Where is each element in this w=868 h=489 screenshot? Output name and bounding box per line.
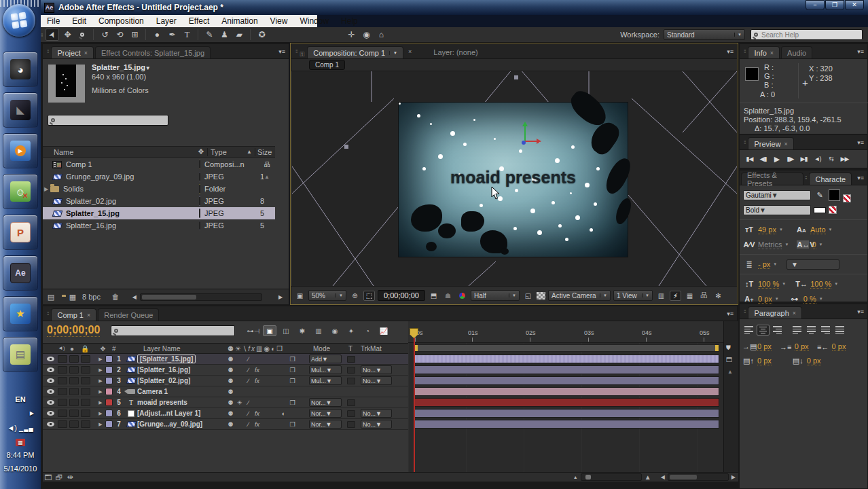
tab-project[interactable]: Project× — [51, 46, 94, 58]
tab-audio[interactable]: Audio — [781, 46, 812, 58]
draft-3d-icon[interactable]: ◫ — [279, 325, 293, 336]
indent-left-value[interactable]: 0 px — [757, 342, 772, 351]
region-of-interest-icon[interactable]: ⬚ — [363, 291, 375, 301]
layer-bar-3[interactable] — [414, 376, 719, 385]
time-ruler[interactable]: 0s 01s 02s 03s 04s 05s — [408, 321, 723, 343]
active-camera-dropdown[interactable]: Active Camera▼ — [548, 290, 611, 301]
space-after-value[interactable]: 0 px — [807, 357, 821, 365]
loop-button[interactable]: ⇆ — [825, 153, 837, 164]
eye-icon[interactable] — [47, 389, 54, 394]
expand-arrow-icon[interactable]: ▶ — [96, 357, 105, 362]
scroll-left-icon[interactable]: ◀ — [129, 294, 140, 300]
tab-render-queue[interactable]: Render Queue — [98, 308, 159, 321]
pen-tool[interactable]: ✒ — [165, 29, 179, 41]
lock-icon[interactable]: ⚿ — [300, 51, 304, 58]
axis-widget-z[interactable] — [522, 141, 526, 145]
stroke-width-value[interactable]: - px — [758, 260, 770, 269]
view-layout-dropdown[interactable]: 1 View▼ — [613, 290, 653, 301]
layer-bar-2[interactable] — [414, 365, 719, 374]
last-frame-button[interactable]: ▶▮ — [798, 153, 810, 164]
clock-time[interactable]: 8:44 PM — [0, 451, 41, 459]
tab-paragraph[interactable]: Paragraph× — [748, 306, 802, 319]
menu-file[interactable]: File — [41, 16, 66, 26]
solo-column-icon[interactable]: ● — [70, 345, 74, 352]
tab-effect-controls[interactable]: Effect Controls: Splatter_15.jpg — [95, 46, 211, 58]
next-frame-button[interactable]: ▮▶ — [784, 153, 796, 164]
align-left-button[interactable] — [742, 325, 755, 336]
timeline-search-input[interactable] — [122, 327, 232, 335]
scroll-right-icon[interactable]: ▶ — [275, 294, 286, 300]
tray-expand-icon[interactable]: ▶ — [0, 410, 41, 416]
zoom-in-mountain-icon[interactable]: ▲ — [645, 473, 651, 481]
audio-column-icon[interactable]: ◄) — [58, 345, 65, 351]
comp-marker-bin-icon[interactable]: ⛊ — [726, 344, 731, 352]
panel-menu-icon[interactable]: ▾≡ — [857, 48, 864, 55]
eyedropper-icon[interactable]: ✎ — [814, 191, 826, 200]
lock-column-icon[interactable]: 🔒 — [81, 345, 89, 352]
taskbar-app-after-effects[interactable]: Ae — [3, 255, 38, 291]
eye-icon[interactable] — [47, 422, 54, 427]
language-indicator[interactable]: EN — [0, 395, 41, 403]
workspace-dropdown[interactable]: Standard▼ — [664, 29, 745, 40]
label-column-icon[interactable]: ❖ — [100, 345, 106, 352]
close-button[interactable]: ✕ — [845, 0, 864, 10]
tag-column-icon[interactable]: ❖ — [198, 147, 207, 156]
expand-transfer-controls-icon[interactable]: 🗗 — [54, 473, 65, 482]
font-family-dropdown[interactable]: Gautami▼ — [743, 190, 811, 200]
tab-info[interactable]: Info× — [748, 46, 780, 58]
hide-shy-layers-icon[interactable]: ✱ — [295, 325, 309, 336]
zoom-out-mountain-icon[interactable]: ▲ — [573, 475, 578, 479]
expand-arrow-icon[interactable]: ▶ — [96, 411, 105, 416]
search-help-input[interactable] — [761, 31, 859, 39]
panel-menu-icon[interactable]: ▾≡ — [727, 310, 734, 317]
composition-mini-flowchart-icon[interactable]: ⊶⊣ — [247, 325, 260, 336]
clock-date[interactable]: 5/14/2010 — [0, 465, 41, 473]
menu-edit[interactable]: Edit — [66, 16, 92, 26]
mode-column[interactable]: Mode — [313, 345, 330, 352]
menu-window[interactable]: Window — [293, 16, 335, 26]
project-row-solids[interactable]: ▶ Solids Folder — [43, 183, 275, 195]
always-preview-icon[interactable]: ▣ — [294, 291, 306, 301]
layer-bar-4[interactable] — [414, 387, 719, 396]
taskbar-app-messenger[interactable]: ☺✕ — [3, 174, 38, 209]
magnification-dropdown[interactable]: 50%▼ — [308, 290, 346, 301]
reset-exposure-icon[interactable]: ✻ — [712, 291, 724, 301]
sort-ascending-icon[interactable]: ▲ — [247, 149, 255, 155]
layer-row-4[interactable]: ▶ 4 Camera 1 ⚉ — [43, 386, 408, 397]
interpret-footage-icon[interactable]: ▤ — [46, 293, 56, 302]
transparency-grid-icon[interactable] — [537, 292, 545, 300]
selected-footage-name[interactable]: Splatter_15.jpg▼ — [92, 63, 151, 71]
taskbar-app-notes[interactable]: ▤ — [3, 337, 38, 372]
panel-menu-icon[interactable]: ▾≡ — [857, 139, 864, 146]
justify-last-right-button[interactable] — [819, 325, 832, 336]
menu-help[interactable]: Help — [335, 16, 364, 26]
tray-app-icon[interactable]: ▦ — [0, 437, 41, 446]
trkmat-column[interactable]: TrkMat — [361, 345, 382, 352]
ram-preview-button[interactable]: ▶▶ — [839, 153, 850, 164]
graph-editor-icon[interactable]: 📈 — [377, 325, 391, 336]
project-row-comp1[interactable]: Comp 1 Composi...n 品 — [43, 158, 275, 170]
label-swatch[interactable] — [105, 410, 113, 417]
pan-behind-tool[interactable]: ⊞ — [128, 29, 141, 41]
space-before-value[interactable]: 0 px — [757, 357, 772, 365]
panel-menu-icon[interactable]: ▾≡ — [857, 175, 864, 181]
expand-arrow-icon[interactable]: ▶ — [96, 400, 105, 405]
expand-arrow-icon[interactable]: ▶ — [96, 378, 105, 384]
tab-timeline-comp1[interactable]: Comp 1× — [51, 308, 96, 321]
fast-previews-icon[interactable]: ⚡ — [670, 291, 681, 301]
preserve-transparency-toggle[interactable] — [347, 410, 355, 417]
label-swatch[interactable] — [105, 355, 113, 363]
layer-row-1[interactable]: ▶ 1 [Splatter_15.jpg] ⚉∕❒ Add▼ — [43, 354, 408, 365]
layer-row-6[interactable]: ▶ 6 [Adjust...nt Layer 1] ⚉∕fx◐ Nor...▼ … — [43, 408, 408, 419]
indent-first-line-value[interactable]: 0 px — [795, 342, 809, 351]
track-matte-dropdown[interactable]: No...▼ — [361, 420, 392, 429]
preserve-transparency-toggle[interactable] — [347, 378, 355, 384]
brainstorm-icon[interactable]: ✦ — [344, 325, 358, 336]
blend-mode-dropdown[interactable]: Add▼ — [309, 355, 342, 363]
expand-in-out-icon[interactable]: ⇹ — [65, 473, 75, 482]
menu-composition[interactable]: Composition — [92, 16, 150, 26]
eraser-tool[interactable]: ▰ — [232, 29, 246, 41]
volume-icon[interactable]: ◄) — [7, 424, 17, 432]
tab-layer[interactable]: Layer: (none) — [428, 46, 483, 58]
taskbar-app-winamp[interactable]: ◣ — [3, 92, 38, 128]
